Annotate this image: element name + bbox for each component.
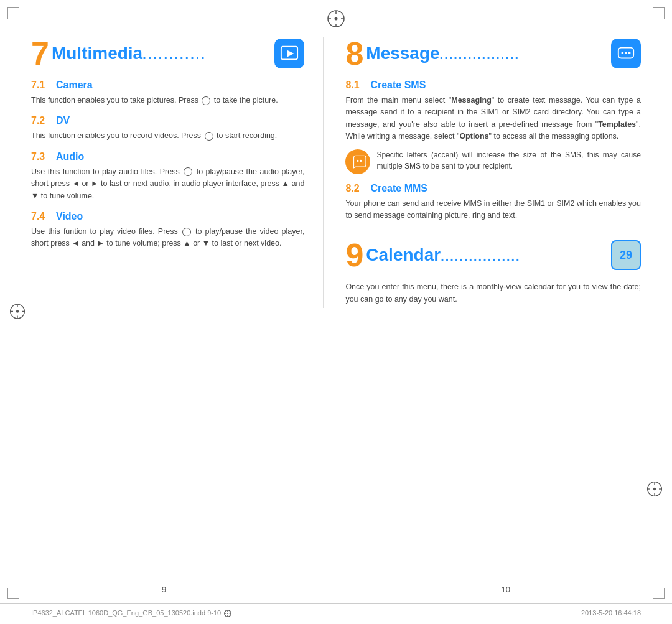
multimedia-icon xyxy=(274,39,304,68)
sub-heading-7-4: 7.4 Video xyxy=(31,211,304,222)
footer-right: 2013-5-20 16:44:18 xyxy=(581,609,641,618)
left-column: 7 Multimedia............ 7.1 Camera This… xyxy=(31,37,324,308)
section9-title: Calendar................. xyxy=(366,245,609,265)
corner-mark-tl xyxy=(7,7,19,19)
svg-point-31 xyxy=(227,613,228,614)
section8-header: 8 Message................. xyxy=(345,37,641,70)
svg-point-11 xyxy=(16,310,19,312)
right-column: 8 Message................. 8.1 Create SM… xyxy=(324,37,641,308)
sub-heading-8-2: 8.2 Create MMS xyxy=(345,183,641,194)
left-compass-icon xyxy=(9,302,26,322)
section9-header: 9 Calendar................. 29 xyxy=(345,239,641,271)
svg-point-22 xyxy=(625,52,627,54)
btn-circle-72 xyxy=(205,132,213,141)
svg-point-17 xyxy=(653,488,656,490)
body-7-2: This function enables you to record vide… xyxy=(31,130,304,142)
svg-point-25 xyxy=(360,159,362,161)
calendar-icon: 29 xyxy=(611,240,641,270)
body-8-1: From the main menu select "Messaging" to… xyxy=(345,95,641,143)
svg-marker-19 xyxy=(287,50,294,57)
sub-heading-7-2: 7.2 DV xyxy=(31,115,304,126)
body-7-4: Use this funtion to play video files. Pr… xyxy=(31,226,304,250)
svg-point-21 xyxy=(621,52,623,54)
btn-circle-71 xyxy=(202,96,210,105)
main-content: 7 Multimedia............ 7.1 Camera This… xyxy=(0,0,672,345)
sub-heading-7-1: 7.1 Camera xyxy=(31,80,304,91)
body-8-2: Your phone can send and receive MMS in e… xyxy=(345,198,641,222)
info-text-sms: Specific letters (accent) will increase … xyxy=(376,149,641,172)
section7-number: 7 xyxy=(31,37,49,70)
svg-point-23 xyxy=(628,52,631,54)
corner-mark-br xyxy=(653,588,665,599)
right-compass-icon xyxy=(646,480,663,500)
svg-point-5 xyxy=(335,17,338,21)
info-icon-sms xyxy=(345,149,370,174)
message-icon xyxy=(611,39,641,68)
section7-title: Multimedia............ xyxy=(52,44,271,63)
section8-title: Message................. xyxy=(366,44,607,63)
body-7-1: This function enables you to take pictur… xyxy=(31,95,304,106)
section9-number: 9 xyxy=(345,239,363,271)
info-box-sms: Specific letters (accent) will increase … xyxy=(345,149,641,174)
section8-number: 8 xyxy=(345,37,363,70)
page-number-left: 9 xyxy=(162,585,166,594)
corner-mark-bl xyxy=(7,588,19,599)
svg-point-24 xyxy=(357,159,359,161)
footer-left: IP4632_ALCATEL 1060D_QG_Eng_GB_05_130520… xyxy=(31,609,233,618)
page-number-right: 10 xyxy=(502,585,510,594)
btn-circle-73 xyxy=(184,167,192,176)
footer: IP4632_ALCATEL 1060D_QG_Eng_GB_05_130520… xyxy=(0,603,672,618)
body-9: Once you enter this menu, there is a mon… xyxy=(345,281,641,305)
btn-circle-74 xyxy=(182,228,191,236)
top-compass-icon xyxy=(326,9,346,29)
section7-header: 7 Multimedia............ xyxy=(31,37,304,70)
corner-mark-tr xyxy=(653,7,665,19)
body-7-3: Use this function to play audio files. P… xyxy=(31,166,304,202)
sub-heading-7-3: 7.3 Audio xyxy=(31,151,304,162)
sub-heading-8-1: 8.1 Create SMS xyxy=(345,80,641,91)
